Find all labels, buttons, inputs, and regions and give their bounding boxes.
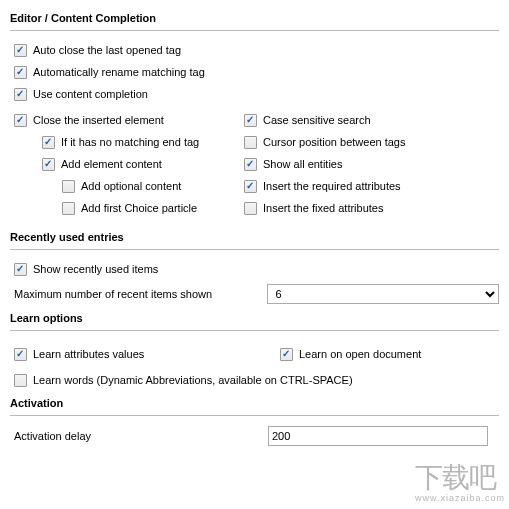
label: Add first Choice particle <box>81 202 197 214</box>
checkbox-icon <box>244 202 257 215</box>
checkbox-icon <box>14 374 27 387</box>
checkbox-icon <box>62 202 75 215</box>
recent-divider <box>10 249 499 250</box>
recent-max-label: Maximum number of recent items shown <box>10 288 267 300</box>
recent-max-select[interactable]: 6 <box>267 284 499 304</box>
label: Learn attributes values <box>33 348 144 360</box>
activation-title: Activation <box>10 397 499 409</box>
checkbox-icon: ✓ <box>14 263 27 276</box>
label: Learn words (Dynamic Abbreviations, avai… <box>33 374 353 386</box>
activation-divider <box>10 415 499 416</box>
checkbox-icon: ✓ <box>244 180 257 193</box>
opt-auto-close[interactable]: ✓ Auto close the last opened tag <box>10 41 499 59</box>
activation-delay-label: Activation delay <box>10 430 268 442</box>
opt-learn-words[interactable]: Learn words (Dynamic Abbreviations, avai… <box>10 371 499 389</box>
label: Close the inserted element <box>33 114 164 126</box>
opt-auto-rename[interactable]: ✓ Automatically rename matching tag <box>10 63 499 81</box>
options-grid: ✓ Close the inserted element ✓ If it has… <box>10 107 499 221</box>
opt-show-recent[interactable]: ✓ Show recently used items <box>10 260 499 278</box>
checkbox-icon: ✓ <box>244 114 257 127</box>
label: Show all entities <box>263 158 343 170</box>
label: Auto close the last opened tag <box>33 44 181 56</box>
opt-insert-required[interactable]: ✓ Insert the required attributes <box>240 177 499 195</box>
label: Show recently used items <box>33 263 158 275</box>
label: Insert the fixed attributes <box>263 202 383 214</box>
opt-show-entities[interactable]: ✓ Show all entities <box>240 155 499 173</box>
opt-add-optional[interactable]: Add optional content <box>10 177 240 195</box>
options-col-left: ✓ Close the inserted element ✓ If it has… <box>10 107 240 221</box>
options-col-right: ✓ Case sensitive search Cursor position … <box>240 107 499 221</box>
checkbox-icon: ✓ <box>42 136 55 149</box>
label: Learn on open document <box>299 348 421 360</box>
label: Insert the required attributes <box>263 180 401 192</box>
opt-learn-open[interactable]: ✓ Learn on open document <box>240 345 499 363</box>
opt-close-inserted[interactable]: ✓ Close the inserted element <box>10 111 240 129</box>
label: Add element content <box>61 158 162 170</box>
recent-title: Recently used entries <box>10 231 499 243</box>
opt-learn-attr[interactable]: ✓ Learn attributes values <box>10 345 240 363</box>
opt-cursor-between[interactable]: Cursor position between tags <box>240 133 499 151</box>
recent-max-row: Maximum number of recent items shown 6 <box>10 284 499 304</box>
label: Cursor position between tags <box>263 136 405 148</box>
checkbox-icon: ✓ <box>14 66 27 79</box>
label: Automatically rename matching tag <box>33 66 205 78</box>
learn-divider <box>10 330 499 331</box>
checkbox-icon: ✓ <box>14 348 27 361</box>
opt-insert-fixed[interactable]: Insert the fixed attributes <box>240 199 499 217</box>
activation-delay-row: Activation delay <box>10 426 499 446</box>
opt-case-sensitive[interactable]: ✓ Case sensitive search <box>240 111 499 129</box>
watermark: 下载吧 www.xiazaiba.com <box>415 459 505 460</box>
learn-grid: ✓ Learn attributes values ✓ Learn on ope… <box>10 341 499 367</box>
checkbox-icon: ✓ <box>14 44 27 57</box>
label: Case sensitive search <box>263 114 371 126</box>
checkbox-icon: ✓ <box>244 158 257 171</box>
label: Use content completion <box>33 88 148 100</box>
label: Add optional content <box>81 180 181 192</box>
checkbox-icon: ✓ <box>42 158 55 171</box>
activation-delay-input[interactable] <box>268 426 488 446</box>
checkbox-icon: ✓ <box>280 348 293 361</box>
opt-add-first-choice[interactable]: Add first Choice particle <box>10 199 240 217</box>
label: If it has no matching end tag <box>61 136 199 148</box>
learn-title: Learn options <box>10 312 499 324</box>
checkbox-icon: ✓ <box>14 88 27 101</box>
page-title: Editor / Content Completion <box>10 12 499 24</box>
opt-no-match-end[interactable]: ✓ If it has no matching end tag <box>10 133 240 151</box>
checkbox-icon: ✓ <box>14 114 27 127</box>
opt-use-cc[interactable]: ✓ Use content completion <box>10 85 499 103</box>
title-divider <box>10 30 499 31</box>
opt-add-element[interactable]: ✓ Add element content <box>10 155 240 173</box>
checkbox-icon <box>62 180 75 193</box>
checkbox-icon <box>244 136 257 149</box>
